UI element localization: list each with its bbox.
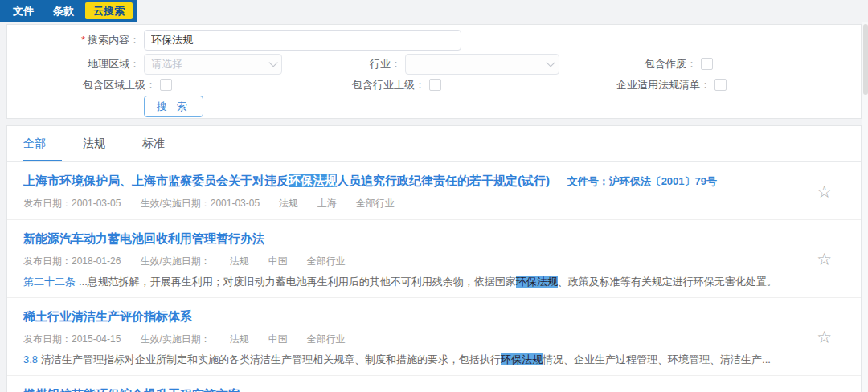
nav-tab-clauses[interactable]: 条款 [45,2,82,19]
publish-date: 发布日期：2001-03-05 [23,198,121,209]
favorite-star-icon[interactable]: ☆ [817,329,832,345]
title-text: 燃煤锅炉节能环保综合提升工程实施方案 [23,387,240,392]
result-title-link[interactable]: 新能源汽车动力蓄电池回收利用管理暂行办法 [23,231,264,245]
search-form-panel: *搜索内容： 地理区域： 请选择 行业： 包含作废： 包含区域上级： 包含行业上… [6,24,862,119]
industry-select[interactable] [405,54,559,75]
nav-tab-cloud-search[interactable]: 云搜索 [85,2,133,19]
tab-all[interactable]: 全部 [23,126,81,161]
tab-standards[interactable]: 标准 [142,126,200,161]
region: 中国 [268,255,288,267]
title-text: 稀土行业清洁生产评价指标体系 [23,309,192,323]
result-item: 上海市环境保护局、上海市监察委员会关于对违反环保法规人员追究行政纪律责任的若干规… [7,162,861,220]
keyword-highlight: 环保法规 [289,174,337,187]
nav-tab-files[interactable]: 文件 [5,2,42,19]
favorite-star-icon[interactable]: ☆ [817,182,832,199]
keyword-highlight: 环保法规 [516,276,558,288]
results-panel: 全部 法规 标准 上海市环境保护局、上海市监察委员会关于对违反环保法规人员追究行… [6,125,862,392]
include-obsolete-checkbox[interactable] [701,58,713,70]
include-region-parent-checkbox[interactable] [160,79,172,91]
clause-ref: 第二十二条 [23,276,76,288]
snippet-text: ...息规范拆解，开展再生利用；对废旧动力蓄电池再生利用后的其他不可利用残余物，… [79,276,516,288]
search-content-input[interactable] [144,30,461,51]
effective-date: 生效/实施日期：2001-03-05 [140,198,260,209]
industry: 全部行业 [307,255,346,267]
chevron-down-icon [268,58,277,67]
region-label: 地理区域： [88,54,140,75]
required-mark: * [81,34,85,46]
industry: 全部行业 [307,333,346,345]
publish-date: 发布日期：2015-04-15 [23,333,121,345]
document-number: 文件号：沪环保法〔2001〕79号 [567,175,717,187]
result-meta: 发布日期：2015-04-15生效/实施日期：法规中国全部行业 [23,333,805,346]
result-item: 新能源汽车动力蓄电池回收利用管理暂行办法 发布日期：2018-01-26生效/实… [7,220,861,298]
enterprise-regulation-list-checkbox[interactable] [714,79,727,91]
result-meta: 发布日期：2018-01-26生效/实施日期：法规中国全部行业 [23,255,805,268]
doc-type: 法规 [279,198,298,209]
region: 上海 [317,198,337,209]
doc-type: 法规 [230,255,249,267]
snippet-text: 清洁生产管理指标对企业所制定和实施的各类清洁生产管理相关规章、制度和措施的要求，… [41,353,501,365]
effective-date: 生效/实施日期： [140,333,210,345]
result-snippet: 3.8清洁生产管理指标对企业所制定和实施的各类清洁生产管理相关规章、制度和措施的… [23,353,805,366]
result-snippet: 第二十二条...息规范拆解，开展再生利用；对废旧动力蓄电池再生利用后的其他不可利… [23,275,805,288]
search-content-label: *搜索内容： [81,30,140,51]
result-title-link[interactable]: 稀土行业清洁生产评价指标体系 [23,309,192,323]
clause-ref: 3.8 [23,353,38,365]
keyword-highlight: 环保法规 [501,353,542,365]
effective-date: 生效/实施日期： [140,255,210,267]
title-text: 新能源汽车动力蓄电池回收利用管理暂行办法 [23,231,264,245]
publish-date: 发布日期：2018-01-26 [23,255,121,267]
result-title-link[interactable]: 燃煤锅炉节能环保综合提升工程实施方案 [23,387,240,392]
enterprise-regulation-list-label: 企业适用法规清单： [616,75,710,96]
include-obsolete-label: 包含作废： [645,54,697,75]
result-tabs: 全部 法规 标准 [7,126,861,162]
include-industry-parent-label: 包含行业上级： [352,75,425,96]
industry: 全部行业 [356,198,395,209]
doc-type: 法规 [230,333,249,345]
top-nav: 文件 条款 云搜索 [0,0,137,22]
vertical-scrollbar[interactable] [862,22,868,392]
search-button[interactable]: 搜 索 [144,96,203,117]
region-select[interactable]: 请选择 [144,54,282,75]
scrollbar-thumb[interactable] [863,24,868,95]
chevron-down-icon [546,58,555,67]
title-text: 人员追究行政纪律责任的若干规定(试行) [337,174,550,187]
result-item: 稀土行业清洁生产评价指标体系 发布日期：2015-04-15生效/实施日期：法规… [7,298,861,376]
industry-label: 行业： [370,54,401,75]
title-text: 上海市环境保护局、上海市监察委员会关于对违反 [23,174,289,187]
favorite-star-icon[interactable]: ☆ [817,251,832,267]
include-industry-parent-checkbox[interactable] [429,79,441,91]
include-region-parent-label: 包含区域上级： [83,75,156,96]
region-placeholder: 请选择 [151,57,268,71]
result-meta: 发布日期：2001-03-05生效/实施日期：2001-03-05法规上海全部行… [23,197,805,210]
result-item: 燃煤锅炉节能环保综合提升工程实施方案 发布日期：2014-10-29生效/实施日… [7,376,861,392]
result-title-link[interactable]: 上海市环境保护局、上海市监察委员会关于对违反环保法规人员追究行政纪律责任的若干规… [23,174,550,187]
region: 中国 [268,333,288,345]
snippet-text: 情况、企业生产过程管理、环境管理、清洁生产... [542,353,771,365]
tab-regulations[interactable]: 法规 [83,126,141,161]
snippet-text: 、政策及标准等有关规定进行环保无害化处置。 [558,276,777,288]
